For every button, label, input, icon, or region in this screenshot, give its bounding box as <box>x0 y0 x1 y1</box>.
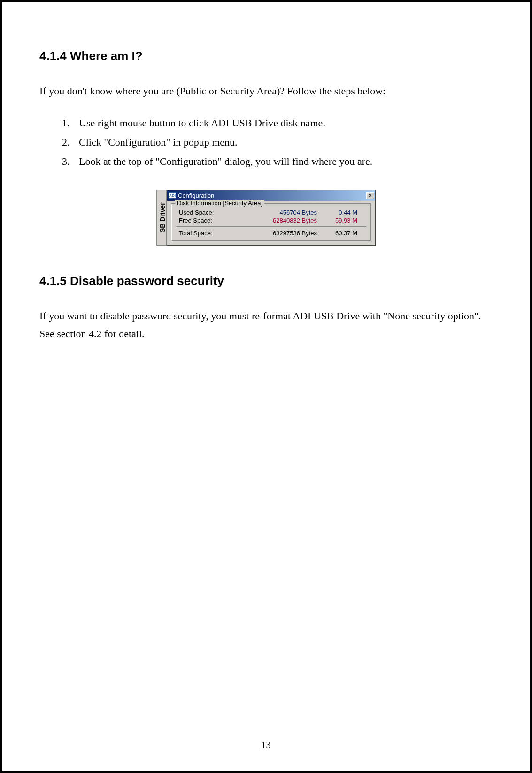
section-heading-414: 4.1.4 Where am I? <box>39 49 493 63</box>
divider <box>176 226 366 227</box>
free-space-row: Free Space: 62840832 Bytes 59.93 M <box>176 216 366 224</box>
window-icon: ADI <box>169 192 176 199</box>
dialog-screenshot: SB Driver ADI Configuration × Disk Infor… <box>39 190 493 246</box>
free-space-mb: 59.93 M <box>317 217 359 224</box>
total-space-bytes: 63297536 Bytes <box>228 230 317 237</box>
list-item: Look at the top of "Configuration" dialo… <box>72 152 493 171</box>
configuration-dialog: ADI Configuration × Disk Information [Se… <box>167 190 376 246</box>
list-item: Click "Configuration" in popup menu. <box>72 133 493 152</box>
section2-paragraph: If you want to disable password security… <box>39 307 493 342</box>
close-icon: × <box>369 193 371 198</box>
intro-paragraph: If you don't know where you are (Public … <box>39 82 493 100</box>
list-item: Use right mouse button to click ADI USB … <box>72 114 493 133</box>
used-space-mb: 0.44 M <box>317 209 359 216</box>
free-space-bytes: 62840832 Bytes <box>228 217 317 224</box>
used-space-row: Used Space: 456704 Bytes 0.44 M <box>176 209 366 216</box>
steps-list: Use right mouse button to click ADI USB … <box>39 114 493 171</box>
free-space-label: Free Space: <box>176 217 228 224</box>
side-tab: SB Driver <box>156 190 167 246</box>
total-space-mb: 60.37 M <box>317 230 359 237</box>
total-space-row: Total Space: 63297536 Bytes 60.37 M <box>176 229 366 237</box>
dialog-titlebar: ADI Configuration × <box>167 190 375 201</box>
dialog-title: Configuration <box>178 192 214 199</box>
groupbox-legend: Disk Information [Security Area] <box>175 200 264 207</box>
total-space-label: Total Space: <box>176 230 228 237</box>
section-heading-415: 4.1.5 Disable password security <box>39 274 493 288</box>
used-space-label: Used Space: <box>176 209 228 216</box>
page-number: 13 <box>2 740 530 750</box>
used-space-bytes: 456704 Bytes <box>228 209 317 216</box>
document-page: 4.1.4 Where am I? If you don't know wher… <box>0 0 532 773</box>
close-button[interactable]: × <box>366 192 374 199</box>
disk-info-groupbox: Disk Information [Security Area] Used Sp… <box>171 203 371 241</box>
